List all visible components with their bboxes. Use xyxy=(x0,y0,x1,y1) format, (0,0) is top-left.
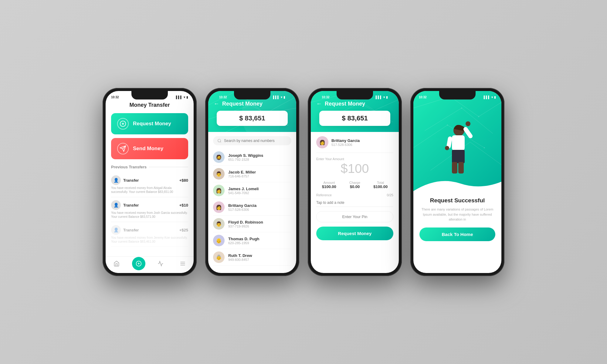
phone-2: 10:32 ▌▌▌ ▾ ▮ ← Request Money $ 83,651 xyxy=(205,88,299,276)
phone-3-screen: 10:32 ▌▌▌ ▾ ▮ ← Request Money $ 83,651 👩 xyxy=(311,91,399,273)
contact-item-4[interactable]: 👨 Floyd D. Robinson 937-719-9926 xyxy=(213,216,291,232)
contact-avatar-2: 👩 xyxy=(213,185,225,196)
svg-point-43 xyxy=(445,146,449,150)
fee-row: Amount $100.00 Charge $0.00 Total $100.0… xyxy=(316,181,393,189)
contact-name-0: Joseph S. Wiggins xyxy=(228,153,263,158)
contact-item-6[interactable]: 👵 Ruth T. Drew 949-600-8457 xyxy=(213,249,291,266)
nav-stats[interactable] xyxy=(154,257,167,270)
contact-item-0[interactable]: 🧔 Joseph S. Wiggins 651-792-1528 xyxy=(213,149,291,166)
amount-col-label: Amount xyxy=(316,181,342,184)
svg-point-37 xyxy=(484,147,485,148)
phone-1: 10:32 ▌▌▌ ▾ ▮ Money Transfer Re xyxy=(103,88,197,276)
svg-rect-46 xyxy=(458,162,464,174)
nav-home[interactable] xyxy=(110,257,123,270)
back-to-home-button[interactable]: Back To Home xyxy=(419,228,495,241)
contact-info-1: Jacob E. Miller 716-646-8757 xyxy=(228,170,256,178)
signal-icon-4: ▌▌▌ xyxy=(484,96,490,99)
notch-4 xyxy=(439,91,476,99)
transfer-amount-1: +$80 xyxy=(179,178,188,183)
contact-avatar-0: 🧔 xyxy=(213,151,225,163)
selected-contact-info: Brittany Garcia 517-528-6306 xyxy=(331,138,360,147)
phone-1-screen: 10:32 ▌▌▌ ▾ ▮ Money Transfer Re xyxy=(106,91,194,273)
battery-icon: ▮ xyxy=(186,96,188,99)
reference-row: Reference 0/25 xyxy=(316,193,393,207)
transfer-amount-2: +$10 xyxy=(179,203,188,207)
svg-line-26 xyxy=(479,102,501,116)
success-desc: There are many variations of passages of… xyxy=(419,207,495,222)
request-money-label: Request Money xyxy=(133,121,171,127)
status-time-4: 10:32 xyxy=(419,96,427,99)
contacts-list: 🧔 Joseph S. Wiggins 651-792-1528 👨 Jacob… xyxy=(213,149,291,266)
request-money-submit-button[interactable]: Request Money xyxy=(316,227,393,240)
contact-item-2[interactable]: 👩 James J. Lomeli 541-549-7092 xyxy=(213,182,291,199)
transfer-item-2: 👤 Transfer +$10 You have received money … xyxy=(111,197,188,222)
contact-name-1: Jacob E. Miller xyxy=(228,170,256,174)
battery-icon-4: ▮ xyxy=(494,96,496,99)
contact-avatar-6: 👵 xyxy=(213,251,225,263)
nav-transfer[interactable] xyxy=(132,257,145,270)
transfer-name-3: Transfer xyxy=(123,228,139,232)
svg-rect-45 xyxy=(452,162,457,174)
signal-icon: ▌▌▌ xyxy=(176,96,182,99)
search-icon xyxy=(217,139,222,143)
person-svg xyxy=(439,118,476,179)
contact-avatar-4: 👨 xyxy=(213,218,225,230)
contact-name-5: Thomas D. Pugh xyxy=(228,237,259,241)
fee-col-total: Total $100.00 xyxy=(368,181,393,189)
contact-info-0: Joseph S. Wiggins 651-792-1528 xyxy=(228,153,263,161)
transfers-list: 👤 Transfer +$80 You have received money … xyxy=(111,172,188,247)
transfer-left-3: 👤 Transfer xyxy=(111,225,139,235)
svg-line-8 xyxy=(222,114,265,132)
contact-phone-6: 949-600-8457 xyxy=(228,258,252,261)
contact-item-5[interactable]: 👴 Thomas D. Pugh 620-285-1959 xyxy=(213,232,291,249)
transfer-desc-3: You have received money from Jeremy Koe … xyxy=(111,236,188,244)
phone-4: 10:32 ▌▌▌ ▾ ▮ xyxy=(410,88,504,276)
contact-info-4: Floyd D. Robinson 937-719-9926 xyxy=(228,220,263,228)
phone-4-bottom: Request Successful There are many variat… xyxy=(413,191,501,247)
contact-phone-4: 937-719-9926 xyxy=(228,224,263,228)
charge-col-value: $0.00 xyxy=(342,184,368,189)
contact-item-3[interactable]: 👩 Brittany Garcia 517-528-6306 xyxy=(213,199,291,216)
send-money-button[interactable]: Send Money xyxy=(111,138,188,159)
svg-line-15 xyxy=(220,142,221,143)
reference-input[interactable] xyxy=(316,199,393,207)
search-box[interactable] xyxy=(213,136,291,145)
charge-col-label: Charge xyxy=(342,181,368,184)
send-money-label: Send Money xyxy=(133,146,163,152)
transfer-amount-3: +$25 xyxy=(179,228,188,232)
status-icons-1: ▌▌▌ ▾ ▮ xyxy=(176,96,188,99)
phone-4-top: 10:32 ▌▌▌ ▾ ▮ xyxy=(413,91,501,191)
pin-input[interactable] xyxy=(316,211,393,222)
transfer-item-1: 👤 Transfer +$80 You have received money … xyxy=(111,172,188,197)
svg-point-23 xyxy=(361,102,363,103)
contact-phone-1: 716-646-8757 xyxy=(228,174,256,178)
contact-info-6: Ruth T. Drew 949-600-8457 xyxy=(228,253,252,261)
avatar-3: 👤 xyxy=(111,225,121,235)
nav-menu[interactable] xyxy=(176,257,189,270)
request-money-button[interactable]: Request Money xyxy=(111,113,188,134)
transfer-left-1: 👤 Transfer xyxy=(111,175,139,185)
search-input[interactable] xyxy=(224,139,287,143)
bottom-nav xyxy=(106,256,194,273)
status-time-1: 10:32 xyxy=(111,96,119,99)
signal-icon-3: ▌▌▌ xyxy=(376,96,382,99)
phone-2-screen: 10:32 ▌▌▌ ▾ ▮ ← Request Money $ 83,651 xyxy=(208,91,296,273)
contact-name-2: James J. Lomeli xyxy=(228,187,259,191)
contact-phone-0: 651-792-1528 xyxy=(228,158,263,161)
transfer-row-1: 👤 Transfer +$80 xyxy=(111,175,188,185)
phone-4-screen: 10:32 ▌▌▌ ▾ ▮ xyxy=(413,91,501,273)
page-title-1: Money Transfer xyxy=(111,101,188,108)
transfer-row-2: 👤 Transfer +$10 xyxy=(111,200,188,210)
contact-phone-2: 541-549-7092 xyxy=(228,191,259,195)
contact-phone-3: 517-528-6306 xyxy=(228,208,256,211)
contact-name-3: Brittany Garcia xyxy=(228,203,256,208)
contact-info-5: Thomas D. Pugh 620-285-1959 xyxy=(228,237,259,245)
phone-3: 10:32 ▌▌▌ ▾ ▮ ← Request Money $ 83,651 👩 xyxy=(308,88,402,276)
svg-point-34 xyxy=(478,116,479,117)
svg-point-42 xyxy=(466,121,470,126)
wifi-icon: ▾ xyxy=(184,96,185,99)
prev-transfers-heading: Previous Transfers xyxy=(111,165,188,169)
reference-count: 0/25 xyxy=(387,193,393,197)
contact-item-1[interactable]: 👨 Jacob E. Miller 716-646-8757 xyxy=(213,166,291,182)
contact-avatar-5: 👴 xyxy=(213,235,225,246)
